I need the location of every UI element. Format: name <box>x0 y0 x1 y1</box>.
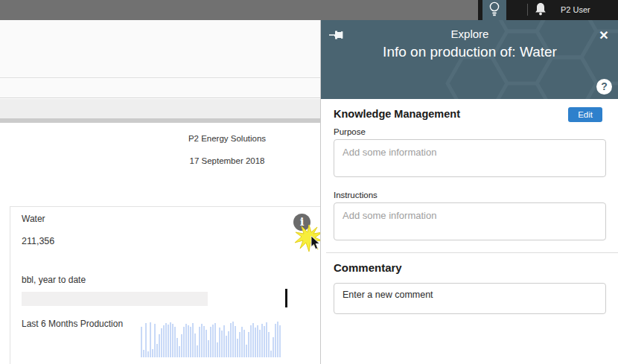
topbar-right: P2 User <box>478 0 618 20</box>
kpi-unit-label: bbl, year to date <box>22 275 86 285</box>
report-date: 17 September 2018 <box>189 156 264 165</box>
purpose-textarea[interactable] <box>334 139 606 177</box>
commentary-heading: Commentary <box>334 261 402 274</box>
edit-button[interactable]: Edit <box>568 107 602 122</box>
app-screen: P2 User P2 Energy Solutions 17 September… <box>0 0 618 364</box>
close-icon[interactable]: ✕ <box>594 25 614 45</box>
background-scroll-band <box>0 118 320 123</box>
kpi-value: 211,356 <box>22 236 54 246</box>
ytd-progress-bar <box>22 292 208 306</box>
kpi-title: Water <box>22 214 45 224</box>
instructions-label: Instructions <box>334 191 378 199</box>
sparkline <box>141 319 282 357</box>
explore-panel-body: Knowledge Management Edit Purpose Instru… <box>321 99 618 364</box>
explore-panel-header: Explore ✕ Info on production of: Water ? <box>321 20 618 99</box>
knowledge-management-heading: Knowledge Management <box>334 108 460 120</box>
help-icon[interactable]: ? <box>596 79 612 95</box>
panel-title: Explore <box>321 28 618 40</box>
background-ribbon-band <box>0 79 320 98</box>
purpose-label: Purpose <box>334 127 366 136</box>
mouse-cursor-icon <box>310 236 321 253</box>
background-toolbar-band <box>0 20 320 78</box>
section-divider <box>326 252 618 253</box>
panel-subtitle: Info on production of: Water <box>321 44 618 60</box>
info-icon[interactable]: i <box>293 214 310 231</box>
report-company: P2 Energy Solutions <box>188 134 266 143</box>
bell-icon <box>534 2 547 19</box>
explore-panel: Explore ✕ Info on production of: Water ?… <box>320 20 618 364</box>
target-marker <box>285 289 287 307</box>
instructions-textarea[interactable] <box>334 202 606 240</box>
user-menu[interactable]: P2 User <box>561 5 590 14</box>
topbar: P2 User <box>0 0 618 20</box>
background-tab-band <box>0 99 320 118</box>
sparkline-label: Last 6 Months Production <box>22 319 123 329</box>
notifications-bell-button[interactable] <box>532 1 549 19</box>
explore-lightbulb-button[interactable] <box>482 0 506 20</box>
lightbulb-icon <box>488 1 500 19</box>
kpi-card-water: Water i 211,356 bbl, year to date Last 6… <box>10 206 320 364</box>
topbar-divider <box>527 4 528 16</box>
comment-input[interactable] <box>334 283 606 314</box>
